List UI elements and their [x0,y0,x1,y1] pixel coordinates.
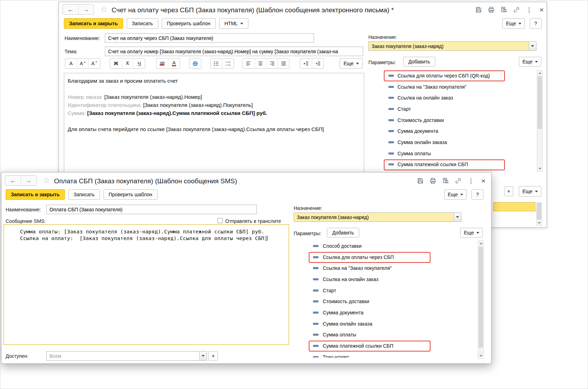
parameters-more-button[interactable]: Еще [519,57,541,67]
parameter-item[interactable]: Сумма платежной ссылки СБП [368,159,536,170]
parameter-item[interactable]: Способ доставки [294,240,476,252]
parameter-item[interactable]: Сумма документа [368,125,536,137]
close-icon[interactable]: × [538,6,545,13]
underline-button[interactable]: Ч [133,59,145,68]
help-button[interactable]: ? [530,18,542,29]
sms-text-area[interactable]: Сумма оплаты: [Заказ покупателя (заказ-н… [4,224,289,345]
scrollbar-thumb[interactable] [479,247,483,348]
font-button[interactable]: А [65,59,77,68]
parameter-item[interactable]: Трек-номер [294,352,476,357]
payer-label: Идентификатор плательщика: [68,102,143,108]
assignment-dropdown-button[interactable] [454,213,461,221]
scrollbar-thumb[interactable] [537,203,541,220]
forward-button[interactable]: → [78,5,94,14]
scrollbar-fragment[interactable] [536,202,542,226]
parameter-item[interactable]: Ссылка на "Заказ покупателя" [368,81,536,93]
indent-increase-button[interactable] [300,59,312,68]
bold-button[interactable]: Ж [110,59,122,68]
highlight-color-button[interactable] [156,59,168,68]
italic-button[interactable]: К [122,59,133,68]
back-button[interactable]: ← [63,5,78,14]
save-button[interactable]: Записать [68,189,100,200]
parameter-item[interactable]: Ссылка для оплаты через СБП (QR-код) [368,70,536,81]
preview-icon[interactable] [500,6,507,13]
parameter-item[interactable]: Ссылка на онлайн заказ [368,92,536,103]
parameter-item[interactable]: Старт [294,285,476,296]
print-icon[interactable] [429,177,436,184]
link-icon[interactable] [455,177,462,184]
parameter-item[interactable]: Старт [368,103,536,115]
favorite-star-icon[interactable]: ☆ [100,5,108,13]
assignment-select[interactable]: Заказ покупателя (заказ-наряд) [368,41,536,51]
more-menu-icon[interactable]: ⋮ [467,177,474,184]
scroll-down-icon[interactable] [536,220,542,226]
assignment-select[interactable]: Заказ покупателя (заказ-наряд) [294,212,461,222]
edge-more-button[interactable]: Еще [519,186,541,197]
down-triangle-icon: ▼ [95,61,98,63]
preview-icon[interactable] [442,177,449,184]
parameter-item[interactable]: Сумма онлайн заказа [294,318,476,329]
help-button[interactable]: ? [472,189,483,200]
parameter-item[interactable]: Сумма онлайн заказа [368,137,536,148]
parameter-item[interactable]: Сумма оплаты [294,329,476,341]
link-icon[interactable] [513,6,520,13]
save-button[interactable]: Записать [127,18,158,29]
indent-decrease-button[interactable] [312,59,323,68]
parameter-item[interactable]: Стоимость доставки [294,296,476,307]
clear-button[interactable]: × [208,351,218,361]
forward-button[interactable]: → [21,176,36,185]
parameter-label: Трек-номер [323,354,349,357]
font-size-decrease-button[interactable]: А▼ [88,59,100,68]
more-menu-icon[interactable]: ⋮ [526,6,533,13]
more-button[interactable]: Еще [502,18,525,29]
translit-checkbox[interactable] [218,218,223,223]
available-dropdown-button[interactable] [199,352,207,360]
check-template-button[interactable]: Проверить шаблон [162,18,216,29]
clear-button[interactable]: × [504,186,513,196]
parameter-item[interactable]: Сумма оплаты [368,148,536,159]
parameters-scrollbar[interactable] [478,240,484,359]
save-icon[interactable] [417,177,424,184]
add-parameter-button[interactable]: Добавить [327,228,359,238]
save-and-close-button[interactable]: Записать и закрыть [6,189,65,200]
check-template-button[interactable]: Проверить шаблон [103,189,158,200]
more-button[interactable]: Еще [444,189,467,200]
close-icon[interactable]: × [480,177,487,184]
save-and-close-button[interactable]: Записать и закрыть [64,18,123,29]
parameters-scrollbar[interactable] [537,70,543,172]
parameter-item[interactable]: Ссылка для оплаты через СБП [294,252,476,263]
scroll-up-icon[interactable] [478,241,483,246]
numbered-list-button[interactable]: 12 [222,59,234,68]
bullet-list-button[interactable] [211,59,222,68]
parameters-more-button[interactable]: Еще [460,228,483,238]
parameter-item[interactable]: Ссылка на онлайн заказ [294,274,476,285]
align-justify-button[interactable] [278,59,289,68]
name-input[interactable]: Счет на оплату через СБП (Заказ покупате… [105,33,314,43]
favorite-star-icon[interactable]: ☆ [43,176,50,184]
highlighted-field-fragment[interactable] [493,202,535,211]
print-icon[interactable] [488,6,495,13]
parameter-item[interactable]: Сумма документа [294,307,476,318]
align-left-button[interactable] [243,59,254,68]
parameter-item[interactable]: Сумма платежной ссылки СБП [294,340,476,352]
add-parameter-button[interactable]: Добавить [403,57,435,67]
format-more-button[interactable]: Еще [340,58,363,69]
subject-input[interactable]: Счет на оплату номер [Заказ покупателя (… [105,47,363,56]
assignment-dropdown-button[interactable] [529,42,536,50]
name-input[interactable]: Оплата СБП (Заказ покупателя) [46,205,257,214]
align-center-button[interactable] [254,59,266,68]
back-button[interactable]: ← [5,176,21,185]
available-field[interactable]: Всем [46,351,207,361]
font-color-button[interactable]: А [168,59,180,68]
align-right-button[interactable] [266,59,278,68]
scrollbar-thumb[interactable] [537,76,542,129]
save-icon[interactable] [475,6,482,13]
scroll-down-icon[interactable] [478,353,483,359]
hyperlink-globe-button[interactable] [189,59,201,68]
parameter-item[interactable]: Стоимость доставки [368,115,536,126]
parameter-item[interactable]: Ссылка на "Заказ покупателя" [294,262,476,274]
scroll-up-icon[interactable] [537,70,542,76]
html-mode-button[interactable]: HTML [219,18,248,29]
font-size-increase-button[interactable]: А▲ [77,59,88,68]
scroll-down-icon[interactable] [537,166,542,171]
